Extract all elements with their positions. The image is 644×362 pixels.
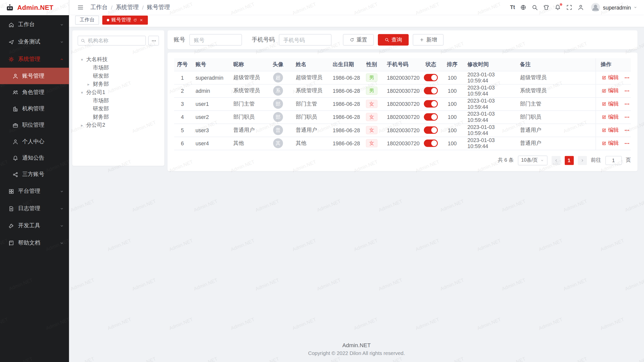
tree-node[interactable]: 市场部 — [78, 97, 159, 105]
caret-right-icon[interactable]: ▸ — [81, 123, 86, 127]
avatar: 超 — [273, 73, 283, 82]
page-size-select[interactable]: 10条/页 — [518, 155, 547, 165]
search-button[interactable]: 查询 — [378, 34, 409, 46]
tree-node[interactable]: 研发部 — [78, 72, 159, 80]
current-page-button[interactable]: 1 — [565, 156, 574, 165]
cell-order: 100 — [442, 97, 463, 110]
status-toggle[interactable] — [424, 100, 438, 107]
next-page-button[interactable] — [578, 156, 587, 165]
more-actions-icon[interactable] — [624, 127, 630, 133]
more-actions-icon[interactable] — [624, 74, 630, 80]
more-actions-icon[interactable] — [624, 101, 630, 107]
status-toggle[interactable] — [424, 87, 438, 94]
cell-phone: 18020030720 — [382, 97, 420, 110]
theme-icon[interactable] — [541, 3, 551, 12]
topbar-icons: Tt — [508, 3, 586, 12]
sidebar-item-business-test[interactable]: 业务测试 — [0, 33, 69, 51]
tab-workbench[interactable]: 工作台 — [75, 15, 99, 24]
more-actions-icon[interactable] — [624, 140, 630, 146]
org-search-input[interactable] — [78, 36, 146, 46]
cell-remark: 普通用户 — [515, 137, 595, 150]
sidebar-item-log-management[interactable]: 日志管理 — [0, 200, 69, 217]
tree-node[interactable]: 研发部 — [78, 105, 159, 113]
book-icon — [8, 240, 14, 246]
close-icon[interactable] — [139, 18, 143, 22]
more-actions-icon[interactable] — [624, 88, 630, 94]
goto-page-input[interactable] — [605, 156, 622, 165]
user-avatar — [591, 3, 600, 12]
reset-button[interactable]: 重置 — [343, 34, 374, 46]
sidebar-item-dev-tools[interactable]: 开发工具 — [0, 217, 69, 235]
org-more-button[interactable] — [148, 36, 159, 46]
logo[interactable]: Admin.NET — [0, 0, 69, 15]
status-toggle[interactable] — [424, 74, 438, 81]
font-size-icon[interactable]: Tt — [508, 3, 517, 12]
status-toggle[interactable] — [424, 140, 438, 147]
edit-button[interactable]: 编辑 — [601, 74, 619, 81]
add-button[interactable]: 新增 — [413, 34, 444, 46]
globe-icon[interactable] — [518, 3, 528, 12]
tree-node[interactable]: ▸ 财务部 — [78, 80, 159, 88]
cell-status — [420, 137, 442, 150]
tree-node[interactable]: ▾ 大名科技 — [78, 55, 159, 64]
tree-node[interactable]: 市场部 — [78, 64, 159, 72]
edit-button[interactable]: 编辑 — [601, 100, 619, 107]
gender-badge: 女 — [366, 100, 378, 108]
breadcrumb-item[interactable]: 系统管理 — [116, 4, 139, 11]
sidebar-subitem-account-management[interactable]: 账号管理 — [0, 68, 69, 84]
tools-icon — [8, 223, 14, 229]
search-icon[interactable] — [530, 3, 540, 12]
tab-account-management[interactable]: 账号管理 — [102, 15, 148, 24]
cell-remark: 超级管理员 — [515, 71, 595, 84]
phone-input[interactable] — [279, 34, 332, 46]
sidebar-item-help-docs[interactable]: 帮助文档 — [0, 234, 69, 252]
status-toggle[interactable] — [424, 126, 438, 134]
sidebar-item-workbench[interactable]: 工作台 — [0, 16, 69, 33]
edit-button[interactable]: 编辑 — [601, 113, 619, 121]
cell-avatar: 超 — [265, 71, 291, 84]
cell-birth: 1986-06-28 — [328, 84, 361, 97]
bell-icon[interactable] — [553, 3, 563, 12]
sidebar-subitem-notice[interactable]: 通知公告 — [0, 150, 69, 166]
column-header-nickname: 昵称 — [228, 58, 265, 71]
sidebar-subitem-role-management[interactable]: 角色管理 — [0, 84, 69, 101]
cell-ops: 编辑 — [595, 137, 631, 150]
tree-node[interactable]: 财务部 — [78, 113, 159, 121]
refresh-icon[interactable] — [133, 18, 137, 22]
caret-down-icon[interactable]: ▾ — [81, 90, 86, 95]
breadcrumb-item[interactable]: 工作台 — [90, 4, 108, 11]
avatar: 部 — [273, 112, 283, 122]
sidebar-subitem-org-management[interactable]: 机构管理 — [0, 101, 69, 117]
table-body: 1superadmin超级管理员超超级管理员1986-06-28男1802003… — [174, 71, 631, 150]
caret-down-icon[interactable]: ▾ — [81, 57, 86, 62]
avatar: 普 — [273, 125, 283, 135]
sidebar-subitem-personal-center[interactable]: 个人中心 — [0, 133, 69, 150]
edit-button[interactable]: 编辑 — [601, 126, 619, 134]
cell-index: 2 — [174, 84, 190, 97]
edit-button[interactable]: 编辑 — [601, 87, 619, 94]
more-actions-icon[interactable] — [624, 114, 630, 120]
user-icon — [12, 73, 18, 79]
edit-icon — [601, 141, 607, 146]
tree-node[interactable]: ▾ 分公司1 — [78, 88, 159, 97]
fullscreen-icon[interactable] — [564, 3, 574, 12]
cell-account: user2 — [191, 110, 228, 123]
profile-icon[interactable] — [576, 3, 586, 12]
user-menu[interactable]: superadmin — [591, 3, 637, 12]
sidebar-subitem-position-management[interactable]: 职位管理 — [0, 117, 69, 133]
status-toggle[interactable] — [424, 113, 438, 121]
sidebar-subitem-third-party-account[interactable]: 三方账号 — [0, 166, 69, 183]
topbar: 工作台/系统管理/账号管理 Tt superadmin — [69, 0, 644, 15]
hamburger-menu-icon[interactable] — [75, 3, 85, 12]
breadcrumb-item[interactable]: 账号管理 — [147, 4, 170, 11]
column-header-phone: 手机号码 — [382, 58, 420, 71]
edit-button[interactable]: 编辑 — [601, 140, 619, 147]
notification-dot — [560, 3, 562, 6]
sidebar-item-platform-management[interactable]: 平台管理 — [0, 183, 69, 200]
sidebar-item-system-management[interactable]: 系统管理 — [0, 51, 69, 68]
prev-page-button[interactable] — [551, 156, 560, 165]
account-input[interactable] — [189, 34, 242, 46]
tree-node[interactable]: ▸ 分公司2 — [78, 121, 159, 129]
chevron-down-icon — [540, 158, 544, 162]
caret-right-icon[interactable]: ▸ — [88, 82, 93, 86]
